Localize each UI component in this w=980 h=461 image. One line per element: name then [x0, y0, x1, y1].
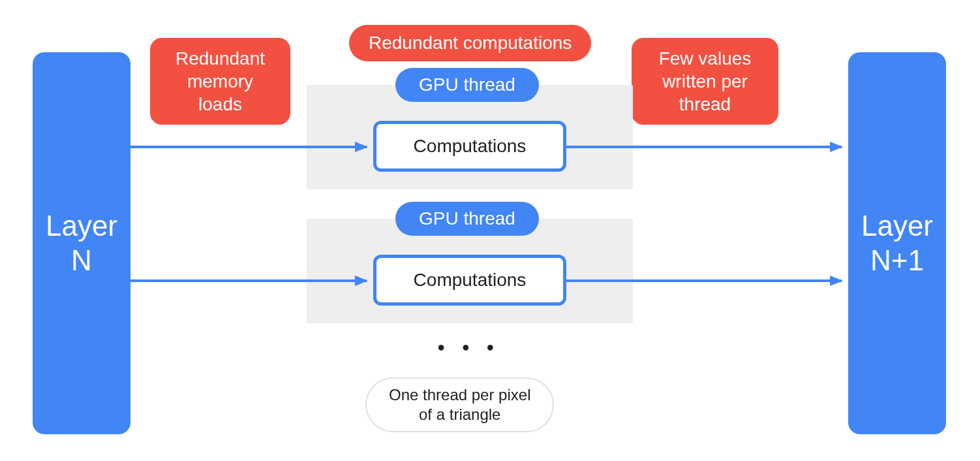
callout-redundant-computations-text: Redundant computations: [369, 33, 572, 54]
layer-n1-box: Layer N+1: [848, 52, 946, 434]
callout-few-values-l2: written per: [662, 70, 748, 93]
arrow-out-2: [566, 279, 842, 282]
callout-redundant-memory: Redundant memory loads: [150, 38, 290, 125]
gpu-thread-label-2: GPU thread: [419, 208, 515, 229]
ellipsis-dots: ● ● ●: [437, 340, 500, 355]
computations-box-2: Computations: [373, 255, 566, 306]
computations-box-1: Computations: [373, 121, 566, 172]
ellipsis-text: ● ● ●: [437, 340, 500, 354]
footer-note-l1: One thread per pixel: [389, 385, 530, 405]
callout-few-values-l3: thread: [679, 93, 731, 116]
callout-redundant-memory-l3: loads: [198, 93, 242, 116]
callout-few-values-l1: Few values: [659, 47, 752, 70]
callout-few-values: Few values written per thread: [632, 38, 778, 125]
gpu-thread-pill-2: GPU thread: [395, 202, 539, 236]
layer-n-label-2: N: [71, 244, 92, 278]
footer-note-l2: of a triangle: [419, 405, 500, 424]
computations-label-1: Computations: [414, 136, 527, 157]
callout-redundant-computations: Redundant computations: [349, 25, 591, 61]
callout-redundant-memory-l1: Redundant: [176, 47, 265, 70]
arrow-in-1: [130, 146, 367, 148]
callout-redundant-memory-l2: memory: [187, 70, 253, 93]
arrow-in-2: [130, 279, 367, 282]
arrow-out-1: [566, 146, 842, 148]
layer-n1-label-1: Layer: [861, 209, 933, 244]
computations-label-2: Computations: [414, 270, 527, 291]
gpu-thread-pill-1: GPU thread: [395, 68, 539, 102]
layer-n1-label-2: N+1: [870, 244, 924, 278]
layer-n-label-1: Layer: [46, 209, 117, 244]
layer-n-box: Layer N: [33, 52, 130, 434]
gpu-thread-label-1: GPU thread: [419, 74, 515, 95]
footer-note: One thread per pixel of a triangle: [365, 377, 554, 432]
